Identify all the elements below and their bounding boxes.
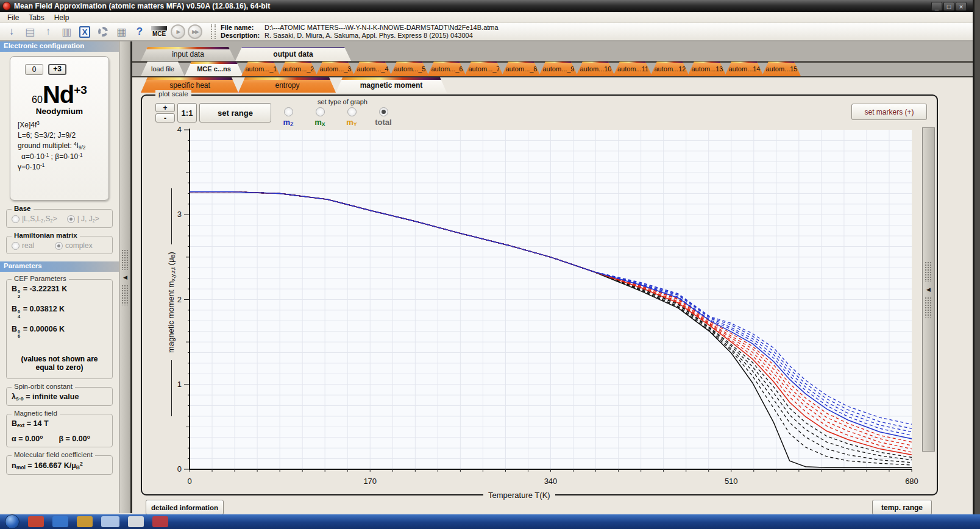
- app-icon: [2, 2, 11, 10]
- tab-autom-4[interactable]: autom..._4: [353, 62, 392, 76]
- taskbar-icon-blue[interactable]: [52, 516, 68, 527]
- splitter-grip: [121, 249, 129, 270]
- help-icon[interactable]: ?: [132, 24, 147, 39]
- tab-magnetic-moment[interactable]: magnetic moment: [336, 77, 447, 93]
- graph-type-mz[interactable]: mZ: [272, 107, 304, 127]
- svg-text:0: 0: [187, 477, 191, 486]
- copy-pages-icon[interactable]: ▥: [59, 24, 74, 39]
- mce-icon[interactable]: MCE: [150, 24, 168, 39]
- tab-autom-11[interactable]: autom...11: [613, 62, 652, 76]
- hamiltonian-complex-label: complex: [65, 241, 93, 250]
- tab-autom-5[interactable]: autom..._5: [390, 62, 429, 76]
- graph-type-total[interactable]: total: [367, 107, 399, 127]
- svg-text:3: 3: [177, 210, 182, 219]
- x-axis-label: Temperature T(K): [483, 491, 555, 500]
- taskbar-icon-chart[interactable]: [152, 516, 168, 527]
- hamiltonian-real[interactable]: real: [12, 241, 34, 250]
- spin-orbit-fieldset: Spin-orbit constant λs-o = infinite valu…: [6, 387, 113, 406]
- hamiltonian-complex[interactable]: complex: [55, 241, 93, 250]
- tab-autom-1[interactable]: autom..._1: [241, 62, 280, 76]
- base-j-jz-radio[interactable]: [67, 215, 75, 223]
- excel-export-icon[interactable]: X: [77, 24, 93, 39]
- toolbar-icons: ↓▤↑▥X▦?MCE▶▶▶: [4, 24, 205, 39]
- base-j-jz[interactable]: | J, Jz>: [67, 215, 99, 224]
- tab-entropy[interactable]: entropy: [238, 77, 336, 93]
- taskbar-icon-red[interactable]: [28, 516, 44, 527]
- open-file-icon[interactable]: ↓: [4, 24, 20, 39]
- menu-item-help[interactable]: Help: [49, 13, 74, 22]
- menu-bar: FileTabsHelp: [0, 12, 973, 23]
- tab-autom-10[interactable]: autom...10: [576, 62, 615, 76]
- tab-strip-spacer: [132, 41, 973, 47]
- menu-item-file[interactable]: File: [2, 13, 24, 22]
- tab-output-data[interactable]: output data: [235, 47, 351, 61]
- charge-plus3-button[interactable]: +3: [48, 64, 66, 75]
- tab-autom-7[interactable]: autom..._7: [464, 62, 503, 76]
- taskbar-icon-doc[interactable]: [128, 516, 144, 527]
- base-ls-lz-sz[interactable]: |L,S,Lz,Sz>: [12, 215, 57, 224]
- set-range-button[interactable]: set range: [199, 103, 271, 122]
- svg-text:170: 170: [363, 477, 377, 486]
- file-name-label: File name:: [221, 24, 265, 32]
- splitter-collapse-arrow[interactable]: ◀: [926, 287, 931, 292]
- charge-0-button[interactable]: 0: [25, 64, 43, 75]
- save-file-icon[interactable]: ▤: [22, 24, 38, 39]
- tab-mce-c-ns[interactable]: MCE c...ns: [185, 62, 243, 76]
- tabs-row-io: input dataoutput data: [132, 47, 973, 61]
- taskbar-icon-window[interactable]: [101, 516, 119, 527]
- tab-autom-6[interactable]: autom..._6: [427, 62, 466, 76]
- splitter-collapse-arrow[interactable]: ◀: [123, 275, 127, 280]
- nmol-value: nmol = 166.667 K/μB2: [12, 461, 107, 470]
- detailed-information-button[interactable]: detailed information: [146, 500, 224, 515]
- sidebar-splitter[interactable]: ◀: [119, 41, 132, 513]
- base-ls-lz-sz-radio[interactable]: [12, 215, 20, 223]
- minimize-button[interactable]: _: [931, 2, 942, 11]
- one-to-one-button[interactable]: 1:1: [177, 103, 197, 122]
- title-bar[interactable]: Mean Field Approximation (atomic matters…: [0, 0, 973, 12]
- tab-autom-8[interactable]: autom..._8: [502, 62, 541, 76]
- tab-autom-13[interactable]: autom...13: [687, 62, 726, 76]
- graph-type-mz-radio[interactable]: [284, 107, 293, 116]
- graph-type-my-radio[interactable]: [347, 107, 357, 116]
- splitter-grip: [925, 261, 932, 282]
- graph-type-mx[interactable]: mX: [304, 107, 336, 127]
- tab-autom-14[interactable]: autom...14: [725, 62, 764, 76]
- start-button[interactable]: [5, 514, 20, 529]
- settings-gear-icon[interactable]: [95, 24, 111, 39]
- cef-parameter: B02 = -3.22231 K: [12, 285, 107, 299]
- tab-autom-3[interactable]: autom..._3: [316, 62, 355, 76]
- temp-range-button[interactable]: temp. range: [872, 500, 932, 515]
- maximize-button[interactable]: □: [943, 2, 954, 11]
- cef-note: (values not shown are equal to zero): [12, 355, 107, 372]
- graph-type-mx-radio[interactable]: [316, 107, 325, 116]
- element-name: Neodymium: [16, 107, 102, 116]
- close-button[interactable]: ×: [956, 2, 967, 11]
- tab-load-file[interactable]: load file: [141, 62, 185, 76]
- description-label: Description:: [221, 32, 265, 40]
- main-panel: input dataoutput data load fileMCE c...n…: [132, 41, 973, 513]
- tab-input-data[interactable]: input data: [141, 47, 235, 61]
- tab-autom-9[interactable]: autom..._9: [539, 62, 578, 76]
- plot-right-splitter[interactable]: ◀: [922, 127, 935, 452]
- electronic-configuration-header: Electronic configuration: [0, 41, 119, 52]
- set-markers-button[interactable]: set markers (+): [851, 104, 927, 120]
- zoom-in-button[interactable]: +: [155, 103, 175, 112]
- fast-forward-icon[interactable]: ▶▶: [188, 24, 202, 39]
- graph-type-total-radio[interactable]: [379, 107, 388, 116]
- taskbar[interactable]: [0, 514, 980, 529]
- cef-parameter: B06 = 0.00006 K: [12, 325, 107, 339]
- tab-autom-2[interactable]: autom..._2: [279, 62, 318, 76]
- play-icon[interactable]: ▶: [171, 24, 185, 39]
- taskbar-icon-gold[interactable]: [77, 516, 93, 527]
- zoom-out-button[interactable]: -: [155, 113, 175, 122]
- graph-type-my[interactable]: mY: [336, 107, 367, 127]
- tab-autom-15[interactable]: autom...15: [762, 62, 801, 76]
- menu-item-tabs[interactable]: Tabs: [24, 13, 49, 22]
- hamiltonian-real-radio[interactable]: [12, 242, 20, 250]
- export-file-icon[interactable]: ↑: [40, 24, 56, 39]
- file-info: File name: D:\---ATOMIC MATTERS---\W-Y-N…: [221, 24, 499, 40]
- print-icon[interactable]: ▦: [113, 24, 129, 39]
- graph-type-label: set type of graph: [272, 98, 413, 105]
- tab-autom-12[interactable]: autom...12: [650, 62, 689, 76]
- hamiltonian-complex-radio[interactable]: [55, 242, 63, 250]
